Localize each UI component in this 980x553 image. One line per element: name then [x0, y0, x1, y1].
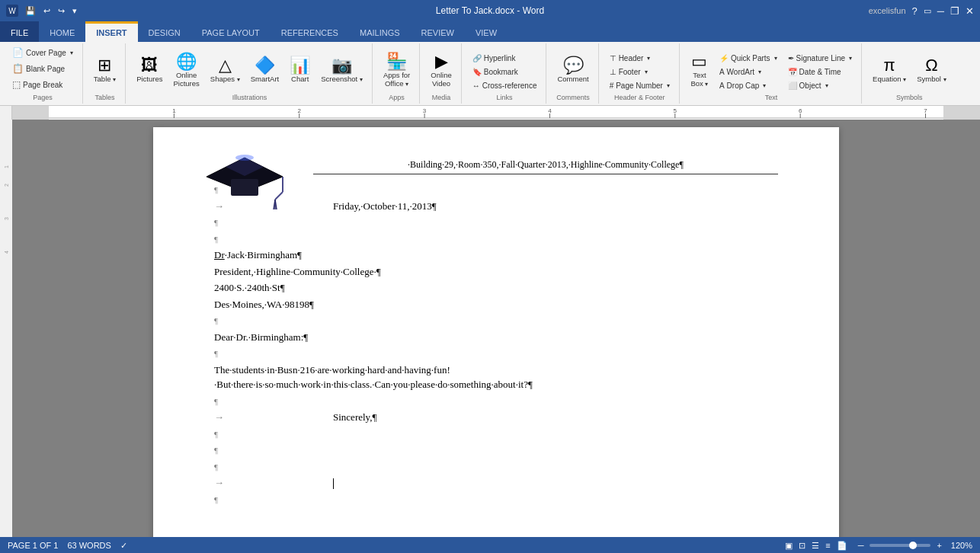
tables-buttons: ⊞ Table ▾	[89, 45, 120, 92]
paragraph-mark-10: ¶	[214, 492, 778, 507]
undo-qat-button[interactable]: ↩	[41, 5, 53, 18]
date-line: → Friday,·October·11,·2013¶	[214, 199, 778, 214]
view-web-icon[interactable]: ⊡	[799, 541, 805, 551]
comment-button[interactable]: 💬 Comment	[552, 48, 593, 92]
tab-page-layout[interactable]: PAGE LAYOUT	[191, 21, 271, 42]
body-text: The·students·in·Busn·216·are·working·har…	[214, 364, 533, 391]
hyperlink-button[interactable]: 🔗 Hyperlink	[468, 52, 542, 65]
object-button[interactable]: ⬜ Object ▾	[783, 79, 857, 92]
customize-qat-button[interactable]: ▾	[70, 5, 79, 18]
document-body[interactable]: ¶ → Friday,·October·11,·2013¶ ¶ ¶ Dr·Jac…	[214, 182, 778, 507]
tab-insert[interactable]: INSERT	[85, 21, 137, 42]
drop-cap-button[interactable]: A Drop Cap ▾	[715, 79, 782, 92]
object-dropdown-arrow: ▾	[825, 82, 828, 89]
quick-parts-dropdown-arrow: ▾	[774, 55, 777, 62]
shapes-icon: △	[219, 57, 232, 74]
svg-text:4: 4	[548, 107, 552, 114]
text-box-button[interactable]: ▭ TextBox ▾	[686, 48, 713, 92]
page-break-icon: ⬚	[12, 79, 21, 90]
tab-view[interactable]: VIEW	[465, 21, 508, 42]
tab-home[interactable]: HOME	[39, 21, 85, 42]
online-pictures-button[interactable]: 🌐 OnlinePictures	[169, 48, 204, 92]
view-draft-icon[interactable]: 📄	[837, 541, 847, 551]
svg-line-20	[275, 192, 283, 200]
page-number-button[interactable]: # Page Number ▾	[605, 79, 674, 92]
view-outline-icon[interactable]: ≡	[825, 541, 830, 550]
zoom-level[interactable]: 120%	[951, 541, 972, 550]
wordart-icon: A	[719, 68, 725, 76]
tab-mailings[interactable]: MAILINGS	[349, 21, 411, 42]
close-button[interactable]: ✕	[966, 5, 974, 17]
table-icon: ⊞	[98, 57, 111, 74]
text-group-label: Text	[686, 92, 857, 104]
apps-buttons: 🏪 Apps forOffice ▾	[379, 45, 415, 92]
equation-button[interactable]: π Equation ▾	[868, 48, 911, 92]
page-area[interactable]: ·Building·29,·Room·350,·Fall·Quarter·201…	[12, 120, 980, 537]
signature-line-button[interactable]: ✒ Signature Line ▾	[783, 52, 857, 65]
shapes-button[interactable]: △ Shapes ▾	[206, 48, 245, 92]
ruler-inner: 1 2 3 4 5 6 7	[49, 106, 943, 120]
document-page[interactable]: ·Building·29,·Room·350,·Fall·Quarter·201…	[153, 127, 839, 537]
restore-button[interactable]: ❐	[950, 5, 959, 17]
blank-page-button[interactable]: 📋 Blank Page	[8, 61, 78, 76]
table-button[interactable]: ⊞ Table ▾	[89, 48, 120, 92]
tab-review[interactable]: REVIEW	[411, 21, 465, 42]
ribbon-toggle-button[interactable]: ▭	[924, 6, 931, 16]
apps-for-office-button[interactable]: 🏪 Apps forOffice ▾	[379, 48, 415, 92]
blank-page-icon: 📋	[12, 63, 24, 74]
tab-file[interactable]: FILE	[0, 21, 39, 42]
svg-text:2: 2	[297, 107, 301, 114]
cover-page-dropdown-arrow: ▾	[70, 50, 73, 56]
minimize-button[interactable]: ─	[937, 5, 944, 17]
object-icon: ⬜	[788, 82, 797, 90]
zoom-out-button[interactable]: ─	[858, 541, 864, 550]
paragraph-mark-2: ¶	[214, 215, 778, 230]
links-stacked: 🔗 Hyperlink 🔖 Bookmark ↔ Cross-reference	[468, 52, 542, 92]
salutation-text: Dear·Dr.·Birmingham:¶	[214, 331, 308, 343]
ruler: 1 2 3 4 5 6 7	[12, 106, 980, 120]
sidebar-left: 1 2 3 4	[0, 120, 12, 537]
paragraph-mark-7: ¶	[214, 427, 778, 442]
tab-design[interactable]: DESIGN	[138, 21, 191, 42]
page-break-button[interactable]: ⬚ Page Break	[8, 77, 78, 92]
tables-group-label: Tables	[89, 92, 120, 104]
apps-for-office-icon: 🏪	[386, 53, 407, 70]
screenshot-button[interactable]: 📷 Screenshot ▾	[316, 48, 367, 92]
word-count: 63 WORDS	[67, 541, 110, 551]
pictures-button[interactable]: 🖼 Pictures	[132, 48, 167, 92]
symbol-button[interactable]: Ω Symbol ▾	[912, 48, 950, 92]
wordart-button[interactable]: A WordArt ▾	[715, 66, 782, 78]
paragraph-mark-1: ¶	[214, 182, 778, 197]
cross-reference-button[interactable]: ↔ Cross-reference	[468, 79, 542, 92]
group-links: 🔗 Hyperlink 🔖 Bookmark ↔ Cross-reference…	[463, 43, 547, 104]
zoom-in-button[interactable]: +	[937, 541, 941, 550]
pages-stacked: 📄 Cover Page ▾ 📋 Blank Page ⬚ Page Break	[8, 45, 78, 92]
quick-parts-button[interactable]: ⚡ Quick Parts ▾	[715, 52, 782, 65]
redo-qat-button[interactable]: ↪	[56, 5, 67, 18]
footer-button[interactable]: ⊥ Footer ▾	[605, 66, 674, 78]
svg-text:5: 5	[674, 107, 677, 114]
status-bar: PAGE 1 OF 1 63 WORDS ✓ ▣ ⊡ ☰ ≡ 📄 ─ + 120…	[0, 537, 980, 553]
chart-button[interactable]: 📊 Chart	[285, 48, 315, 92]
zoom-slider[interactable]	[870, 544, 930, 547]
online-video-icon: ▶	[435, 53, 448, 70]
closing-text: Sincerely,¶	[333, 411, 376, 423]
recipient-address2-text: Des·Moines,·WA·98198¶	[214, 299, 314, 310]
cover-page-button[interactable]: 📄 Cover Page ▾	[8, 45, 78, 60]
screenshot-icon: 📷	[331, 57, 352, 74]
cursor	[333, 477, 334, 488]
links-buttons: 🔗 Hyperlink 🔖 Bookmark ↔ Cross-reference	[468, 45, 542, 92]
date-time-button[interactable]: 📅 Date & Time	[783, 66, 857, 78]
header-text: ·Building·29,·Room·350,·Fall·Quarter·201…	[408, 159, 684, 170]
online-video-button[interactable]: ▶ OnlineVideo	[426, 48, 456, 92]
header-button[interactable]: ⊤ Header ▾	[605, 52, 674, 65]
group-symbols: π Equation ▾ Ω Symbol ▾ Symbols	[863, 43, 955, 104]
save-qat-button[interactable]: 💾	[23, 5, 38, 18]
smartart-button[interactable]: 🔷 SmartArt	[246, 48, 283, 92]
view-read-icon[interactable]: ☰	[812, 541, 819, 551]
view-print-icon[interactable]: ▣	[785, 541, 793, 551]
tab-references[interactable]: REFERENCES	[271, 21, 349, 42]
bookmark-button[interactable]: 🔖 Bookmark	[468, 66, 542, 78]
svg-rect-17	[231, 179, 258, 196]
help-button[interactable]: ?	[912, 5, 918, 17]
